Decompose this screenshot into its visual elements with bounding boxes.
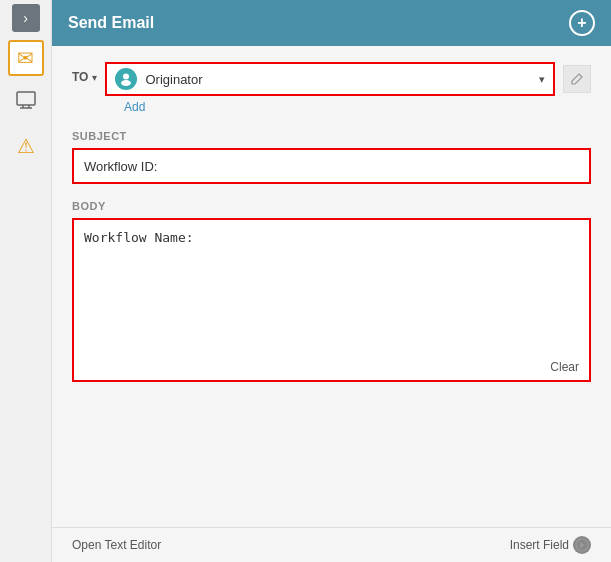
sidebar-item-screen[interactable] — [8, 84, 44, 120]
screen-icon — [16, 91, 36, 114]
svg-rect-0 — [17, 92, 35, 105]
to-row: TO ▾ Originator ▾ — [72, 62, 591, 96]
edit-recipient-button[interactable] — [563, 65, 591, 93]
body-textarea-wrapper: Workflow Name: Clear — [72, 218, 591, 382]
subject-label: SUBJECT — [72, 130, 591, 142]
recipient-name: Originator — [145, 72, 539, 87]
add-recipient-link[interactable]: Add — [124, 100, 591, 114]
body-section: BODY Workflow Name: Clear — [72, 200, 591, 382]
body-textarea[interactable]: Workflow Name: — [74, 220, 589, 380]
form-area: TO ▾ Originator ▾ — [52, 46, 611, 527]
insert-field-label: Insert Field — [510, 538, 569, 552]
panel-title: Send Email — [68, 14, 154, 32]
open-text-editor-link[interactable]: Open Text Editor — [72, 538, 161, 552]
body-label: BODY — [72, 200, 591, 212]
footer: Open Text Editor Insert Field — [52, 527, 611, 562]
warning-icon: ⚠ — [17, 134, 35, 158]
to-label: TO — [72, 70, 88, 84]
svg-point-5 — [121, 80, 131, 86]
add-button[interactable]: + — [569, 10, 595, 36]
sidebar-item-email[interactable]: ✉ — [8, 40, 44, 76]
insert-field-icon — [573, 536, 591, 554]
recipient-avatar — [115, 68, 137, 90]
svg-marker-7 — [580, 542, 585, 548]
plus-icon: + — [577, 14, 586, 32]
recipient-select[interactable]: Originator ▾ — [105, 62, 555, 96]
sidebar-toggle-button[interactable]: › — [12, 4, 40, 32]
sidebar: › ✉ ⚠ — [0, 0, 52, 562]
panel-header: Send Email + — [52, 0, 611, 46]
to-label-group: TO ▾ — [72, 62, 97, 84]
main-panel: Send Email + TO ▾ Originator — [52, 0, 611, 562]
to-select-wrapper: Originator ▾ — [105, 62, 591, 96]
svg-point-4 — [123, 74, 129, 80]
clear-button[interactable]: Clear — [550, 360, 579, 374]
recipient-chevron-icon: ▾ — [539, 73, 545, 86]
subject-section: SUBJECT — [72, 130, 591, 184]
chevron-right-icon: › — [23, 10, 28, 26]
subject-input[interactable] — [72, 148, 591, 184]
email-icon: ✉ — [17, 46, 34, 70]
to-chevron-icon[interactable]: ▾ — [92, 72, 97, 83]
insert-field-link[interactable]: Insert Field — [510, 536, 591, 554]
sidebar-item-warning[interactable]: ⚠ — [8, 128, 44, 164]
